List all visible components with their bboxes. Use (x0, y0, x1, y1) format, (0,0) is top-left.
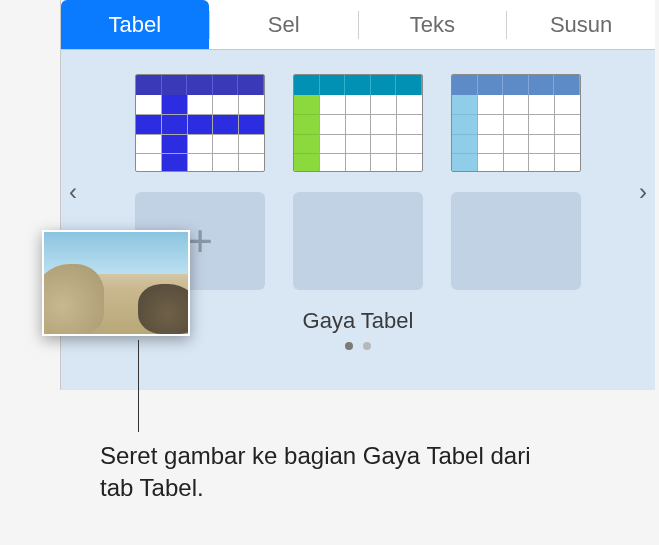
page-dot[interactable] (363, 342, 371, 350)
chevron-left-icon[interactable]: ‹ (69, 178, 77, 206)
table-styles-panel: ‹ › (61, 50, 655, 390)
empty-style-slot[interactable] (451, 192, 581, 290)
chevron-right-icon[interactable]: › (639, 178, 647, 206)
styles-row-1 (81, 74, 635, 172)
tab-tabel[interactable]: Tabel (61, 0, 209, 49)
tab-sel[interactable]: Sel (210, 0, 358, 49)
table-style-thumbnail[interactable] (293, 74, 423, 172)
callout-text: Seret gambar ke bagian Gaya Tabel dari t… (100, 440, 560, 505)
table-style-thumbnail[interactable] (451, 74, 581, 172)
tab-susun[interactable]: Susun (507, 0, 655, 49)
empty-style-slot[interactable] (293, 192, 423, 290)
table-style-thumbnail[interactable] (135, 74, 265, 172)
page-dot[interactable] (345, 342, 353, 350)
page-dots (81, 342, 635, 350)
callout-line (138, 340, 139, 432)
tab-teks[interactable]: Teks (359, 0, 507, 49)
tab-bar: Tabel Sel Teks Susun (61, 0, 655, 50)
dragged-image-thumbnail[interactable] (42, 230, 190, 336)
plus-icon: + (187, 219, 213, 263)
